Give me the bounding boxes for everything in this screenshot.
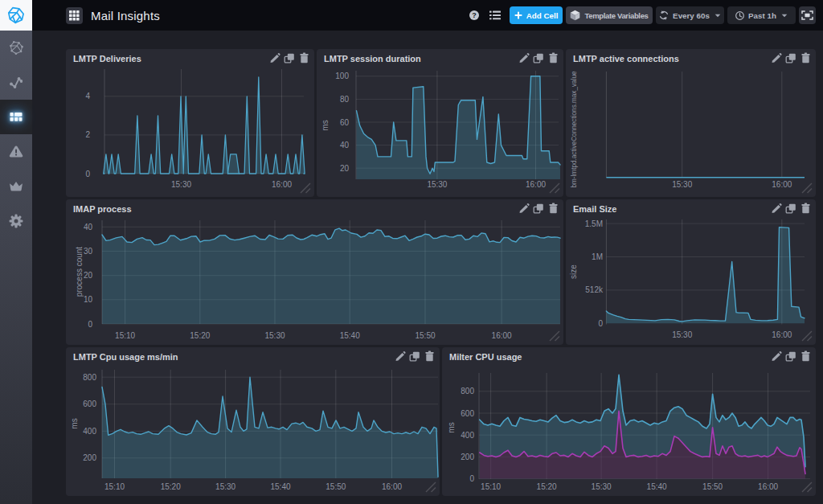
- svg-text:15:40: 15:40: [340, 331, 360, 340]
- svg-text:15:40: 15:40: [647, 482, 667, 491]
- svg-text:15:10: 15:10: [481, 482, 501, 491]
- svg-text:?: ?: [472, 11, 477, 19]
- svg-text:4: 4: [85, 92, 90, 100]
- svg-text:0: 0: [85, 170, 90, 178]
- svg-text:LMTP Cpu usage ms/min: LMTP Cpu usage ms/min: [73, 352, 178, 362]
- svg-text:15:30: 15:30: [672, 180, 692, 189]
- svg-text:15:30: 15:30: [672, 330, 692, 339]
- svg-text:16:00: 16:00: [526, 180, 546, 189]
- svg-text:80: 80: [340, 95, 350, 104]
- svg-text:16:00: 16:00: [272, 180, 292, 189]
- svg-text:15:50: 15:50: [326, 482, 346, 491]
- svg-text:0: 0: [469, 474, 474, 483]
- svg-text:16:00: 16:00: [382, 482, 402, 491]
- svg-text:Email Size: Email Size: [573, 204, 616, 214]
- svg-text:ms: ms: [70, 418, 79, 428]
- svg-text:15:50: 15:50: [415, 331, 435, 340]
- svg-text:200: 200: [461, 453, 474, 461]
- svg-text:20: 20: [84, 271, 93, 280]
- svg-text:16:00: 16:00: [772, 180, 792, 189]
- svg-text:60: 60: [340, 118, 350, 127]
- svg-text:800: 800: [83, 373, 96, 382]
- svg-text:400: 400: [83, 427, 96, 436]
- svg-text:40: 40: [84, 223, 93, 232]
- svg-text:15:30: 15:30: [592, 482, 612, 491]
- svg-text:15:30: 15:30: [264, 331, 285, 340]
- svg-text:15:30: 15:30: [171, 180, 191, 189]
- svg-text:0: 0: [598, 319, 603, 328]
- svg-text:15:30: 15:30: [427, 180, 447, 189]
- svg-text:30: 30: [84, 247, 93, 256]
- svg-text:2: 2: [85, 130, 90, 139]
- svg-text:15:20: 15:20: [190, 331, 210, 340]
- svg-text:15:20: 15:20: [537, 482, 557, 491]
- svg-text:15:10: 15:10: [115, 331, 135, 340]
- svg-text:400: 400: [461, 431, 474, 440]
- svg-text:15:10: 15:10: [104, 482, 125, 491]
- svg-text:15:40: 15:40: [270, 482, 290, 491]
- svg-text:Milter CPU usage: Milter CPU usage: [449, 352, 522, 362]
- svg-text:10: 10: [84, 295, 93, 304]
- svg-text:40: 40: [340, 141, 350, 150]
- svg-text:ms: ms: [321, 120, 330, 130]
- svg-text:0: 0: [88, 320, 92, 329]
- svg-text:16:00: 16:00: [492, 331, 512, 340]
- svg-text:600: 600: [83, 400, 96, 408]
- svg-text:512k: 512k: [585, 285, 604, 294]
- svg-text:1M: 1M: [592, 252, 603, 261]
- svg-text:LMTP session duration: LMTP session duration: [324, 54, 421, 64]
- svg-text:LMTP active connections: LMTP active connections: [573, 54, 679, 64]
- svg-text:size: size: [569, 264, 578, 279]
- svg-text:bm-lmtpd.activeConnections.max: bm-lmtpd.activeConnections.max_value: [571, 71, 578, 188]
- svg-text:16:00: 16:00: [758, 482, 778, 491]
- svg-text:15:50: 15:50: [702, 482, 723, 491]
- svg-text:process count: process count: [75, 247, 84, 297]
- svg-text:15:30: 15:30: [215, 482, 235, 491]
- svg-text:600: 600: [461, 409, 474, 418]
- svg-text:200: 200: [83, 453, 96, 462]
- svg-text:1.5M: 1.5M: [585, 219, 603, 228]
- svg-text:IMAP process: IMAP process: [73, 204, 132, 214]
- svg-text:ms: ms: [447, 422, 456, 432]
- svg-text:100: 100: [335, 72, 349, 80]
- svg-text:800: 800: [461, 387, 474, 395]
- svg-text:15:20: 15:20: [161, 482, 181, 491]
- svg-text:20: 20: [340, 164, 350, 173]
- svg-text:LMTP Deliveries: LMTP Deliveries: [73, 54, 141, 64]
- svg-text:16:00: 16:00: [772, 330, 792, 339]
